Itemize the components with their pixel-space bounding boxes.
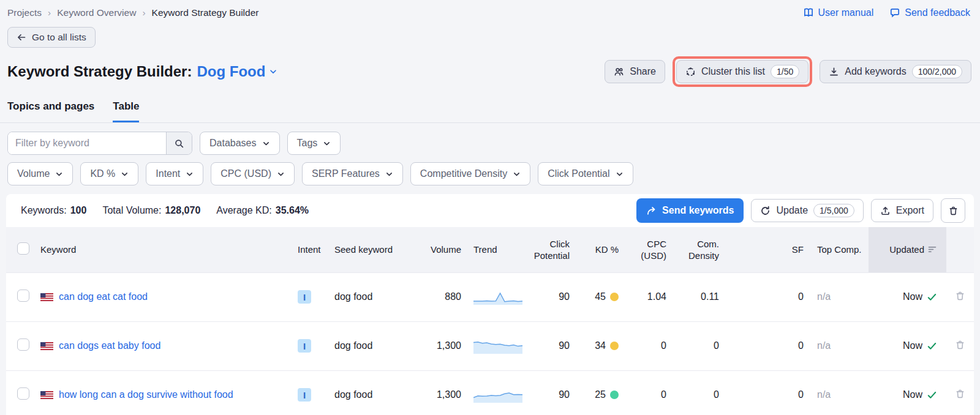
add-keywords-label: Add keywords [845,66,907,77]
delete-keyword-button[interactable] [955,389,965,399]
select-all-checkbox[interactable] [17,242,29,255]
click-potential-filter-label: Click Potential [548,168,609,179]
send-feedback-label: Send feedback [905,7,970,18]
keyword-link[interactable]: how long can a dog survive without food [59,389,233,400]
click-potential-value: 90 [529,370,575,415]
cluster-dots-icon [685,67,696,77]
intent-badge[interactable]: I [298,339,311,353]
kd-difficulty-dot [610,342,619,350]
seed-keyword-value: dog food [334,321,411,370]
chevron-down-icon [262,140,270,148]
seed-keyword-value: dog food [334,272,411,321]
trend-sparkline [473,338,529,354]
delete-keyword-button[interactable] [955,291,965,301]
average-kd-stat: Average KD:35.64% [216,205,309,216]
cpc-value: 1.04 [624,272,673,321]
metric-filters-row: Volume KD % Intent CPC (USD) SERP Featur… [7,162,973,185]
sf-value: 0 [728,370,813,415]
chevron-down-icon [186,170,194,178]
volume-filter-dropdown[interactable]: Volume [7,162,73,185]
kd-filter-dropdown[interactable]: KD % [80,162,138,185]
kd-difficulty-dot [610,391,619,399]
col-header-volume[interactable]: Volume [411,227,467,272]
delete-keyword-button[interactable] [955,340,965,350]
keyword-link[interactable]: can dog eat cat food [59,291,148,302]
col-header-kd[interactable]: KD % [575,227,624,272]
breadcrumb-projects[interactable]: Projects [7,7,42,18]
volume-value: 880 [411,272,467,321]
intent-badge[interactable]: I [298,388,311,402]
chevron-right-icon: › [48,7,51,18]
breadcrumb-keyword-overview[interactable]: Keyword Overview [57,7,136,18]
kd-value: 25 [595,389,606,400]
click-potential-filter-dropdown[interactable]: Click Potential [538,162,633,185]
intent-filter-label: Intent [156,168,180,179]
user-manual-link[interactable]: User manual [803,7,874,18]
download-icon [829,67,839,77]
total-volume-stat: Total Volume:128,070 [102,205,200,216]
cpc-filter-dropdown[interactable]: CPC (USD) [211,162,295,185]
curved-arrow-icon [646,206,657,216]
export-button[interactable]: Export [871,199,933,222]
col-header-intent[interactable]: Intent [298,227,334,272]
tab-table[interactable]: Table [113,100,139,122]
top-comp-value: n/a [817,389,831,400]
row-checkbox[interactable] [17,290,29,302]
us-flag-icon [40,293,53,301]
go-to-all-lists-button[interactable]: Go to all lists [7,27,96,48]
cpc-value: 0 [624,370,673,415]
col-header-top-comp[interactable]: Top Comp. [813,227,869,272]
send-keywords-button[interactable]: Send keywords [636,198,744,223]
col-header-cpc[interactable]: CPC (USD) [624,227,673,272]
share-button[interactable]: Share [605,60,665,83]
keyword-filter-input[interactable] [8,132,166,154]
update-count-badge: 1/5,000 [813,204,854,217]
intent-filter-dropdown[interactable]: Intent [146,162,203,185]
cluster-this-list-button[interactable]: Cluster this list 1/50 [676,60,809,83]
chevron-down-icon [616,170,624,178]
export-label: Export [896,205,924,216]
databases-dropdown[interactable]: Databases [200,132,280,155]
row-checkbox[interactable] [17,338,29,351]
row-checkbox[interactable] [17,387,29,400]
add-keywords-button[interactable]: Add keywords 100/2,000 [820,60,971,83]
chevron-down-icon [277,170,285,178]
top-bar: Projects › Keyword Overview › Keyword St… [0,0,980,18]
update-button[interactable]: Update 1/5,000 [751,199,863,222]
col-header-com-density[interactable]: Com. Density [673,227,728,272]
col-header-click-potential[interactable]: Click Potential [529,227,575,272]
magnifier-icon [174,138,184,149]
send-keywords-label: Send keywords [662,205,734,216]
competitive-density-filter-dropdown[interactable]: Competitive Density [410,162,530,185]
col-header-updated[interactable]: Updated [869,227,946,272]
sf-value: 0 [728,272,813,321]
user-manual-label: User manual [818,7,874,18]
top-links: User manual Send feedback [803,7,970,18]
trash-icon [955,291,965,301]
volume-value: 1,300 [411,370,467,415]
tab-topics-and-pages[interactable]: Topics and pages [7,100,94,122]
keyword-link[interactable]: can dogs eat baby food [59,340,160,351]
top-comp-value: n/a [817,291,831,302]
col-header-keyword[interactable]: Keyword [40,227,298,272]
serp-features-filter-dropdown[interactable]: SERP Features [302,162,403,185]
tags-label: Tags [297,138,318,149]
delete-list-button[interactable] [941,198,965,223]
volume-value: 1,300 [411,321,467,370]
updated-value: Now [903,291,922,302]
chevron-down-icon [55,170,63,178]
list-name-dropdown[interactable]: Dog Food [197,63,277,80]
com-density-value: 0.11 [673,272,728,321]
trend-sparkline [473,387,529,403]
col-header-sf[interactable]: SF [728,227,813,272]
page-title-prefix: Keyword Strategy Builder: [7,63,192,80]
tags-dropdown[interactable]: Tags [287,132,341,155]
cluster-highlight-annotation: Cluster this list 1/50 [673,56,812,87]
col-header-trend[interactable]: Trend [467,227,529,272]
send-feedback-link[interactable]: Send feedback [889,7,970,18]
intent-badge[interactable]: I [298,290,311,304]
col-header-seed-keyword[interactable]: Seed keyword [334,227,411,272]
kd-filter-label: KD % [90,168,115,179]
search-button[interactable] [166,132,192,154]
go-to-all-lists-label: Go to all lists [32,32,86,43]
